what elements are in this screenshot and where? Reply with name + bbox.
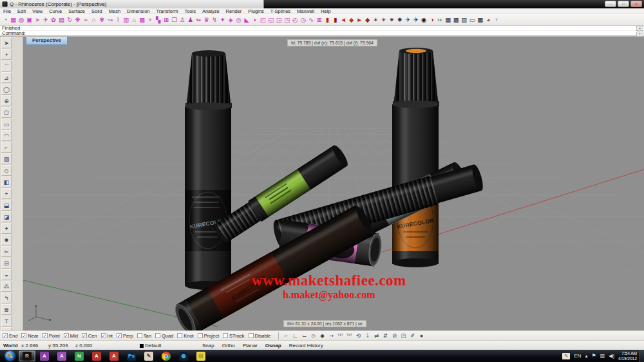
toolbar-icon-barrel[interactable]: ▥ bbox=[122, 15, 131, 24]
toolbar-icon-retopo[interactable]: ↻ bbox=[66, 15, 74, 24]
osnap-checkbox-point[interactable]: ✓ bbox=[43, 333, 48, 338]
tool-offset[interactable]: ≣ bbox=[1, 304, 12, 315]
toolbar-icon-car-c[interactable]: ► bbox=[355, 15, 364, 24]
menu-edit[interactable]: Edit bbox=[14, 8, 29, 14]
osnap-checkbox-int[interactable]: ✓ bbox=[101, 333, 106, 338]
annotate-pen-icon[interactable]: ✐ bbox=[408, 332, 417, 339]
tool-explode[interactable]: ✸ bbox=[1, 234, 12, 245]
menu-transform[interactable]: Transform bbox=[153, 8, 182, 14]
toolbar-icon-car-a[interactable]: ◄ bbox=[339, 15, 348, 24]
menu-render[interactable]: Render bbox=[223, 8, 245, 14]
menu-help[interactable]: Help bbox=[317, 8, 334, 14]
tool-polygon[interactable]: ⬠ bbox=[1, 107, 12, 118]
toolbar-icon-red-bar-a[interactable]: ▮ bbox=[323, 15, 332, 24]
tool-rectangle[interactable]: ▭ bbox=[1, 119, 12, 129]
app-photoshop[interactable]: Ps bbox=[123, 350, 140, 361]
app-pen-tool[interactable]: ✎ bbox=[140, 350, 157, 361]
line-snap-icon[interactable]: ∟ bbox=[291, 332, 300, 339]
tool-ellipse[interactable]: ⊕ bbox=[1, 95, 12, 106]
toolbar-icon-lasso[interactable]: ↬ bbox=[194, 15, 203, 24]
menu-view[interactable]: View bbox=[29, 8, 46, 14]
updown-icon[interactable]: ⇵ bbox=[381, 332, 390, 339]
tool-surface[interactable]: ▨ bbox=[1, 153, 12, 164]
toolbar-icon-select[interactable]: ➤ bbox=[33, 15, 42, 24]
osnap-perp[interactable]: ✓Perp bbox=[117, 333, 133, 339]
osnap-checkbox-perp[interactable]: ✓ bbox=[117, 333, 122, 338]
osnap-int[interactable]: ✓Int bbox=[101, 333, 113, 339]
toolbar-icon-car-d[interactable]: ◆ bbox=[364, 15, 372, 24]
toolbar-icon-quad-grid[interactable]: ⊞ bbox=[162, 15, 171, 24]
toolbar-icon-figure-a[interactable]: ♙ bbox=[178, 15, 187, 24]
menu-solid[interactable]: Solid bbox=[88, 8, 106, 14]
statusbar-pane-planar[interactable]: Planar bbox=[239, 343, 261, 348]
tool-sphere[interactable]: ◓ bbox=[1, 188, 12, 199]
app-red-a[interactable]: A bbox=[88, 350, 105, 361]
osnap-near[interactable]: ✓Near bbox=[21, 333, 38, 339]
toolbar-icon-ts-cage[interactable]: ▣ bbox=[26, 15, 34, 24]
toolbar-icon-snake[interactable]: ↯ bbox=[211, 15, 219, 24]
viewport-tab[interactable]: Perspective bbox=[26, 37, 68, 45]
menu-tools[interactable]: Tools bbox=[181, 8, 199, 14]
tool-trim[interactable]: ✂ bbox=[1, 246, 12, 257]
maximize-button[interactable]: □ bbox=[618, 1, 629, 7]
toolbar-icon-plane-a[interactable]: ✈ bbox=[404, 15, 412, 24]
history-arrow-icon[interactable]: ⤵ bbox=[363, 332, 372, 339]
tool-patch[interactable]: ◇ bbox=[1, 165, 12, 176]
toolbar-icon-lamp-a[interactable]: ✶ bbox=[372, 15, 380, 24]
toolbar-icon-clock-b[interactable]: ◷ bbox=[299, 15, 308, 24]
app-sticky-notes[interactable]: ▤ bbox=[193, 350, 209, 361]
menu-analyze[interactable]: Analyze bbox=[199, 8, 223, 14]
toolbar-icon-frame-c[interactable]: ▨ bbox=[460, 15, 469, 24]
tool-boolean[interactable]: ✦ bbox=[1, 223, 12, 234]
tool-point[interactable]: • bbox=[1, 49, 12, 60]
toolbar-icon-frame-d[interactable]: ▭ bbox=[468, 15, 477, 24]
toolbar-icon-weave[interactable]: ▤ bbox=[58, 15, 66, 24]
toolbar-icon-grid-plane[interactable]: ▩ bbox=[138, 15, 147, 24]
tool-circle[interactable]: ◯ bbox=[1, 84, 12, 95]
corner-snap-icon[interactable]: ⌐ bbox=[282, 332, 291, 339]
viewport-layout-icon[interactable]: ◳ bbox=[399, 332, 408, 339]
statusbar-layer-pane[interactable]: Default bbox=[140, 343, 161, 348]
toolbar-icon-crown[interactable]: ♛ bbox=[203, 15, 211, 24]
toolbar-icon-wedge[interactable]: ◣ bbox=[243, 15, 251, 24]
osnap-quad[interactable]: Quad bbox=[155, 333, 173, 339]
tool-control-point-curve[interactable]: ⊿ bbox=[1, 72, 12, 83]
toolbar-icon-tree-a[interactable]: ✷ bbox=[388, 15, 396, 24]
record-dot-icon[interactable]: ● bbox=[417, 332, 426, 339]
diamond-icon[interactable]: ◇ bbox=[309, 332, 318, 339]
toolbar-icon-bird[interactable]: ✈ bbox=[42, 15, 50, 24]
osnap-disable[interactable]: Disable bbox=[249, 333, 271, 339]
start-button[interactable] bbox=[1, 350, 18, 361]
viewport-perspective[interactable]: Perspective fd: 79.789 | dof (n): 79.615… bbox=[23, 37, 644, 330]
command-prompt[interactable]: Command: bbox=[0, 31, 644, 36]
toolbar-icon-patch-c[interactable]: ◲ bbox=[275, 15, 283, 24]
app-autocad-a[interactable]: A bbox=[36, 350, 53, 361]
toolbar-icon-frame-a[interactable]: ▦ bbox=[444, 15, 453, 24]
tool-fillet[interactable]: ⌐ bbox=[1, 142, 12, 153]
app-rhinoceros[interactable]: R bbox=[19, 350, 35, 361]
close-button[interactable]: × bbox=[630, 1, 642, 7]
toolbar-icon-leaf[interactable]: ✾ bbox=[98, 15, 106, 24]
toolbar-icon-starburst[interactable]: ✦ bbox=[219, 15, 227, 24]
toolbar-icon-arch[interactable]: ∩ bbox=[90, 15, 99, 24]
tool-arc[interactable]: ◠ bbox=[1, 130, 12, 141]
statusbar-pane-osnap[interactable]: Osnap bbox=[261, 343, 285, 348]
no-snap-icon[interactable]: ⊘ bbox=[390, 332, 399, 339]
elbow-snap-icon[interactable]: ⌙ bbox=[300, 332, 309, 339]
toolbar-icon-shell[interactable]: ❒ bbox=[171, 15, 179, 24]
toolbar-icon-hull[interactable]: ⌂ bbox=[130, 15, 138, 24]
toolbar-icon-frame-e[interactable]: ▦ bbox=[477, 15, 485, 24]
toolbar-icon-ring[interactable]: ◎ bbox=[235, 15, 243, 24]
toolbar-icon-wing[interactable]: ➢ bbox=[82, 15, 90, 24]
toolbar-icon-fire-ball[interactable]: ◑ bbox=[428, 15, 437, 24]
toolbar-icon-gem[interactable]: ◈ bbox=[227, 15, 235, 24]
osnap-checkbox-mid[interactable]: ✓ bbox=[64, 333, 69, 338]
tool-blend[interactable]: ◒ bbox=[1, 269, 12, 280]
toolbar-icon-patch-d[interactable]: ◳ bbox=[283, 15, 292, 24]
tool-solid-tools[interactable]: ◪ bbox=[1, 211, 12, 222]
tray-clock[interactable]: 7:54 AM 4/19/2012 bbox=[618, 351, 637, 361]
osnap-project[interactable]: Project bbox=[198, 333, 219, 339]
statusbar-pane-record-history[interactable]: Record History bbox=[285, 343, 327, 348]
osnap-knot[interactable]: Knot bbox=[177, 333, 193, 339]
toolbar-icon-record[interactable]: ◔ bbox=[1, 15, 10, 24]
